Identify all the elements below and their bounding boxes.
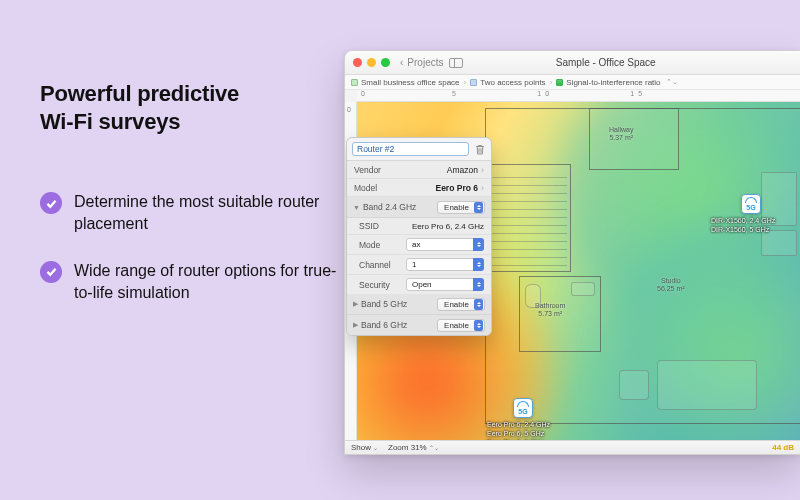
access-point-marker[interactable]: 5G bbox=[741, 194, 761, 214]
chevron-right-icon: › bbox=[481, 183, 484, 193]
trash-icon[interactable] bbox=[474, 143, 486, 155]
status-bar: Show⌄ Zoom 31%⌃⌄ 44 dB bbox=[345, 440, 800, 454]
window-controls bbox=[353, 58, 390, 67]
breadcrumb-item[interactable]: Two access points bbox=[470, 78, 545, 87]
feature-item: Determine the most suitable router place… bbox=[40, 191, 340, 236]
room-label-hallway: Hallway5.37 m² bbox=[609, 126, 634, 141]
row-channel[interactable]: Channel 1 bbox=[347, 255, 491, 275]
check-icon bbox=[40, 192, 62, 214]
enable-band-button[interactable]: Enable bbox=[437, 201, 485, 214]
chevron-right-icon: › bbox=[550, 78, 553, 87]
mode-select[interactable]: ax bbox=[406, 238, 484, 251]
app-window: ‹ Projects Sample - Office Space Small b… bbox=[344, 50, 800, 455]
enable-band-button[interactable]: Enable bbox=[437, 319, 485, 332]
close-button[interactable] bbox=[353, 58, 362, 67]
breadcrumb-item[interactable]: Signal-to-interference ratio⌃⌄ bbox=[556, 78, 677, 87]
stairs-icon bbox=[489, 170, 567, 266]
room-label-studio: Studio56.25 m² bbox=[657, 277, 685, 292]
chevron-right-icon: › bbox=[481, 165, 484, 175]
toggle-sidebar-icon[interactable] bbox=[449, 58, 463, 68]
show-dropdown[interactable]: Show⌄ bbox=[351, 443, 378, 452]
breadcrumb-item[interactable]: Small business office space bbox=[351, 78, 460, 87]
row-model[interactable]: Model Eero Pro 6› bbox=[347, 179, 491, 197]
band-24-header[interactable]: ▼ Band 2.4 GHz Enable bbox=[347, 197, 491, 218]
router-settings-popover: Vendor Amazon› Model Eero Pro 6› ▼ Band … bbox=[346, 137, 492, 336]
access-point-label: DIR-X1560, 2.4 GHzDIR-X1560, 5 GHz bbox=[711, 217, 775, 235]
headline: Powerful predictive Wi-Fi surveys bbox=[40, 80, 340, 135]
check-icon bbox=[40, 261, 62, 283]
back-button[interactable]: ‹ bbox=[400, 57, 403, 68]
chevron-right-icon: › bbox=[464, 78, 467, 87]
row-security[interactable]: Security Open bbox=[347, 275, 491, 294]
feature-text: Wide range of router options for true-to… bbox=[74, 260, 340, 305]
router-name-input[interactable] bbox=[352, 142, 469, 156]
toolbar-projects-label[interactable]: Projects bbox=[407, 57, 443, 68]
zoom-dropdown[interactable]: Zoom 31%⌃⌄ bbox=[388, 443, 439, 452]
access-point-marker[interactable]: 5G bbox=[513, 398, 533, 418]
zoom-button[interactable] bbox=[381, 58, 390, 67]
row-mode[interactable]: Mode ax bbox=[347, 235, 491, 255]
disclosure-triangle-closed-icon: ▶ bbox=[353, 321, 358, 329]
feature-text: Determine the most suitable router place… bbox=[74, 191, 340, 236]
row-ssid: SSID Eero Pro 6, 2.4 GHz bbox=[347, 218, 491, 235]
signal-readout: 44 dB bbox=[772, 443, 794, 452]
window-titlebar: ‹ Projects Sample - Office Space bbox=[345, 51, 800, 75]
access-point-label: Eero Pro 6, 2.4 GHzEero Pro 6, 5 GHzEero… bbox=[487, 421, 550, 440]
breadcrumb: Small business office space › Two access… bbox=[345, 75, 800, 90]
enable-band-button[interactable]: Enable bbox=[437, 298, 485, 311]
row-vendor[interactable]: Vendor Amazon› bbox=[347, 161, 491, 179]
window-title: Sample - Office Space bbox=[469, 57, 742, 68]
disclosure-triangle-closed-icon: ▶ bbox=[353, 300, 358, 308]
marketing-copy: Powerful predictive Wi-Fi surveys Determ… bbox=[40, 80, 340, 329]
channel-select[interactable]: 1 bbox=[406, 258, 484, 271]
disclosure-triangle-open-icon: ▼ bbox=[353, 204, 360, 211]
feature-item: Wide range of router options for true-to… bbox=[40, 260, 340, 305]
security-select[interactable]: Open bbox=[406, 278, 484, 291]
minimize-button[interactable] bbox=[367, 58, 376, 67]
ruler-horizontal bbox=[357, 90, 800, 102]
band-6-header[interactable]: ▶ Band 6 GHz Enable bbox=[347, 315, 491, 335]
band-5-header[interactable]: ▶ Band 5 GHz Enable bbox=[347, 294, 491, 315]
